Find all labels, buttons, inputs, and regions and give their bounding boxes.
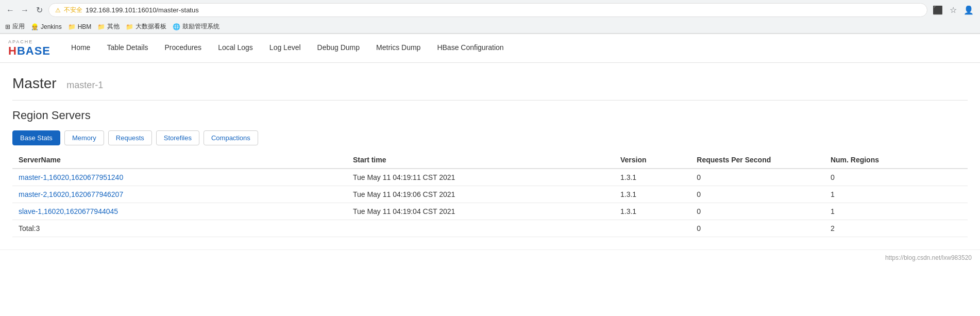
nav-debug-dump[interactable]: Debug Dump	[309, 34, 368, 63]
col-header-server: ServerName	[12, 152, 347, 169]
cell-num-regions: 1	[824, 186, 968, 203]
url-display: 192.168.199.101:16010/master-status	[86, 6, 199, 14]
profile-button[interactable]: 👤	[962, 4, 975, 16]
table-row: master-1,16020,1620677951240 Tue May 11 …	[12, 169, 968, 186]
hbase-label: HBASE	[8, 44, 50, 58]
region-servers-section: Region Servers Base Stats Memory Request…	[12, 109, 968, 237]
page-subtitle: master-1	[66, 80, 103, 90]
bookmark-devops[interactable]: 🌐 鼓励管理系统	[173, 22, 219, 31]
bookmark-button[interactable]: ☆	[947, 4, 959, 16]
page-title-main: Master	[12, 75, 57, 91]
cell-start-time: Tue May 11 04:19:04 CST 2021	[347, 203, 614, 220]
tab-requests[interactable]: Requests	[108, 130, 152, 145]
nav-log-level[interactable]: Log Level	[261, 34, 309, 63]
security-icon: ⚠	[55, 7, 61, 14]
col-header-rps: Requests Per Second	[690, 152, 824, 169]
cell-rps: 0	[690, 169, 824, 186]
bookmark-apps[interactable]: ⊞ 应用	[5, 22, 25, 31]
reload-button[interactable]: ↻	[34, 5, 44, 15]
server-link[interactable]: slave-1,16020,1620677944045	[19, 207, 118, 215]
nav-links: Home Table Details Procedures Local Logs…	[63, 34, 512, 63]
nav-metrics-dump[interactable]: Metrics Dump	[368, 34, 429, 63]
cell-num-regions: 0	[824, 169, 968, 186]
brand-logo: APACHE HBASE	[8, 39, 50, 58]
table-header-row: ServerName Start time Version Requests P…	[12, 152, 968, 169]
nav-local-logs[interactable]: Local Logs	[210, 34, 261, 63]
bookmark-hbm-label: HBM	[78, 23, 92, 30]
col-header-version: Version	[614, 152, 690, 169]
back-button[interactable]: ←	[5, 5, 15, 15]
col-header-num-regions: Num. Regions	[824, 152, 968, 169]
region-servers-table: ServerName Start time Version Requests P…	[12, 152, 968, 237]
tab-base-stats[interactable]: Base Stats	[12, 130, 60, 145]
security-label: 不安全	[64, 6, 82, 14]
cell-total-regions: 2	[824, 220, 968, 237]
bookmark-bigdata[interactable]: 📁 大数据看板	[126, 22, 166, 31]
bookmarks-bar: ⊞ 应用 👷 Jenkins 📁 HBM 📁 其他 📁 大数据看板 🌐 鼓励管理…	[0, 20, 980, 34]
apache-label: APACHE	[8, 39, 33, 44]
jenkins-icon: 👷	[31, 23, 39, 30]
cell-server-name: master-1,16020,1620677951240	[12, 169, 347, 186]
address-bar[interactable]: ⚠ 不安全 192.168.199.101:16010/master-statu…	[48, 3, 927, 17]
bookmark-jenkins[interactable]: 👷 Jenkins	[31, 23, 62, 30]
cell-total-version	[614, 220, 690, 237]
nav-table-details[interactable]: Table Details	[98, 34, 156, 63]
cell-server-name: master-2,16020,1620677946207	[12, 186, 347, 203]
cell-total-label: Total:3	[12, 220, 347, 237]
cell-version: 1.3.1	[614, 186, 690, 203]
table-row: master-2,16020,1620677946207 Tue May 11 …	[12, 186, 968, 203]
title-divider	[12, 100, 968, 101]
cell-start-time: Tue May 11 04:19:11 CST 2021	[347, 169, 614, 186]
cell-num-regions: 1	[824, 203, 968, 220]
forward-button[interactable]: →	[20, 5, 30, 15]
table-row: slave-1,16020,1620677944045 Tue May 11 0…	[12, 203, 968, 220]
nav-hbase-config[interactable]: HBase Configuration	[429, 34, 512, 63]
hbase-h: H	[8, 44, 17, 57]
folder-icon-bigdata: 📁	[126, 23, 133, 30]
tab-storefiles[interactable]: Storefiles	[156, 130, 199, 145]
table-total-row: Total:3 0 2	[12, 220, 968, 237]
bookmark-jenkins-label: Jenkins	[41, 23, 62, 30]
table-body: master-1,16020,1620677951240 Tue May 11 …	[12, 169, 968, 237]
hbase-rest: BASE	[17, 44, 50, 57]
folder-icon-other: 📁	[97, 23, 105, 30]
nav-procedures[interactable]: Procedures	[157, 34, 210, 63]
bookmark-other[interactable]: 📁 其他	[97, 22, 120, 31]
page-footer: https://blog.csdn.net/lxw983520	[0, 250, 980, 265]
bookmark-bigdata-label: 大数据看板	[136, 22, 166, 31]
bookmark-other-label: 其他	[107, 22, 120, 31]
section-title: Region Servers	[12, 109, 968, 122]
cell-server-name: slave-1,16020,1620677944045	[12, 203, 347, 220]
cell-total-rps: 0	[690, 220, 824, 237]
server-link[interactable]: master-1,16020,1620677951240	[19, 173, 123, 181]
server-link[interactable]: master-2,16020,1620677946207	[19, 190, 123, 198]
bookmark-devops-label: 鼓励管理系统	[182, 22, 219, 31]
cell-version: 1.3.1	[614, 203, 690, 220]
tab-compactions[interactable]: Compactions	[204, 130, 258, 145]
col-header-start-time: Start time	[347, 152, 614, 169]
cast-button[interactable]: ⬛	[932, 4, 944, 16]
cell-start-time: Tue May 11 04:19:06 CST 2021	[347, 186, 614, 203]
cell-rps: 0	[690, 203, 824, 220]
tab-memory[interactable]: Memory	[64, 130, 104, 145]
apps-icon: ⊞	[5, 23, 10, 30]
footer-text: https://blog.csdn.net/lxw983520	[885, 254, 972, 261]
cell-rps: 0	[690, 186, 824, 203]
folder-icon-hbm: 📁	[68, 23, 76, 30]
main-content: Master master-1 Region Servers Base Stat…	[0, 63, 980, 250]
nav-home[interactable]: Home	[63, 34, 98, 63]
navbar: APACHE HBASE Home Table Details Procedur…	[0, 34, 980, 63]
web-icon-devops: 🌐	[173, 23, 180, 30]
region-server-tabs: Base Stats Memory Requests Storefiles Co…	[12, 130, 968, 145]
cell-total-start	[347, 220, 614, 237]
page-title: Master master-1	[12, 75, 968, 92]
cell-version: 1.3.1	[614, 169, 690, 186]
bookmark-apps-label: 应用	[12, 22, 25, 31]
bookmark-hbm[interactable]: 📁 HBM	[68, 23, 92, 30]
